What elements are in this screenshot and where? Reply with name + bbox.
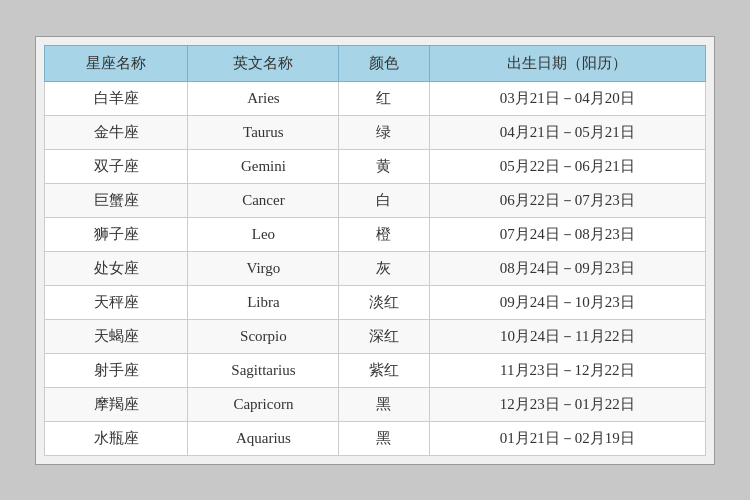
cell-chinese-name: 摩羯座 (45, 387, 188, 421)
cell-english-name: Leo (188, 217, 339, 251)
table-header-row: 星座名称 英文名称 颜色 出生日期（阳历） (45, 45, 706, 81)
cell-color: 灰 (339, 251, 429, 285)
cell-dates: 10月24日－11月22日 (429, 319, 705, 353)
cell-color: 黑 (339, 387, 429, 421)
cell-dates: 12月23日－01月22日 (429, 387, 705, 421)
table-row: 射手座Sagittarius紫红11月23日－12月22日 (45, 353, 706, 387)
table-container: 星座名称 英文名称 颜色 出生日期（阳历） 白羊座Aries红03月21日－04… (35, 36, 715, 465)
cell-chinese-name: 白羊座 (45, 81, 188, 115)
cell-dates: 08月24日－09月23日 (429, 251, 705, 285)
cell-dates: 05月22日－06月21日 (429, 149, 705, 183)
table-row: 金牛座Taurus绿04月21日－05月21日 (45, 115, 706, 149)
cell-dates: 01月21日－02月19日 (429, 421, 705, 455)
cell-english-name: Aquarius (188, 421, 339, 455)
cell-english-name: Cancer (188, 183, 339, 217)
cell-color: 黑 (339, 421, 429, 455)
cell-english-name: Gemini (188, 149, 339, 183)
cell-color: 红 (339, 81, 429, 115)
cell-color: 绿 (339, 115, 429, 149)
cell-color: 深红 (339, 319, 429, 353)
cell-dates: 04月21日－05月21日 (429, 115, 705, 149)
cell-dates: 06月22日－07月23日 (429, 183, 705, 217)
table-row: 水瓶座Aquarius黑01月21日－02月19日 (45, 421, 706, 455)
table-body: 白羊座Aries红03月21日－04月20日金牛座Taurus绿04月21日－0… (45, 81, 706, 455)
cell-english-name: Virgo (188, 251, 339, 285)
cell-chinese-name: 处女座 (45, 251, 188, 285)
header-dates: 出生日期（阳历） (429, 45, 705, 81)
zodiac-table: 星座名称 英文名称 颜色 出生日期（阳历） 白羊座Aries红03月21日－04… (44, 45, 706, 456)
cell-english-name: Capricorn (188, 387, 339, 421)
cell-english-name: Libra (188, 285, 339, 319)
table-row: 摩羯座Capricorn黑12月23日－01月22日 (45, 387, 706, 421)
cell-dates: 07月24日－08月23日 (429, 217, 705, 251)
cell-english-name: Taurus (188, 115, 339, 149)
cell-chinese-name: 狮子座 (45, 217, 188, 251)
header-color: 颜色 (339, 45, 429, 81)
table-row: 白羊座Aries红03月21日－04月20日 (45, 81, 706, 115)
cell-color: 白 (339, 183, 429, 217)
table-row: 双子座Gemini黄05月22日－06月21日 (45, 149, 706, 183)
cell-chinese-name: 金牛座 (45, 115, 188, 149)
table-row: 处女座Virgo灰08月24日－09月23日 (45, 251, 706, 285)
cell-color: 淡红 (339, 285, 429, 319)
header-chinese-name: 星座名称 (45, 45, 188, 81)
cell-chinese-name: 水瓶座 (45, 421, 188, 455)
table-row: 天秤座Libra淡红09月24日－10月23日 (45, 285, 706, 319)
cell-chinese-name: 双子座 (45, 149, 188, 183)
cell-english-name: Sagittarius (188, 353, 339, 387)
cell-color: 橙 (339, 217, 429, 251)
cell-dates: 11月23日－12月22日 (429, 353, 705, 387)
table-row: 巨蟹座Cancer白06月22日－07月23日 (45, 183, 706, 217)
cell-chinese-name: 天蝎座 (45, 319, 188, 353)
cell-chinese-name: 射手座 (45, 353, 188, 387)
cell-color: 黄 (339, 149, 429, 183)
table-row: 天蝎座Scorpio深红10月24日－11月22日 (45, 319, 706, 353)
cell-dates: 09月24日－10月23日 (429, 285, 705, 319)
cell-english-name: Scorpio (188, 319, 339, 353)
table-row: 狮子座Leo橙07月24日－08月23日 (45, 217, 706, 251)
cell-english-name: Aries (188, 81, 339, 115)
header-english-name: 英文名称 (188, 45, 339, 81)
cell-chinese-name: 巨蟹座 (45, 183, 188, 217)
cell-color: 紫红 (339, 353, 429, 387)
cell-dates: 03月21日－04月20日 (429, 81, 705, 115)
cell-chinese-name: 天秤座 (45, 285, 188, 319)
